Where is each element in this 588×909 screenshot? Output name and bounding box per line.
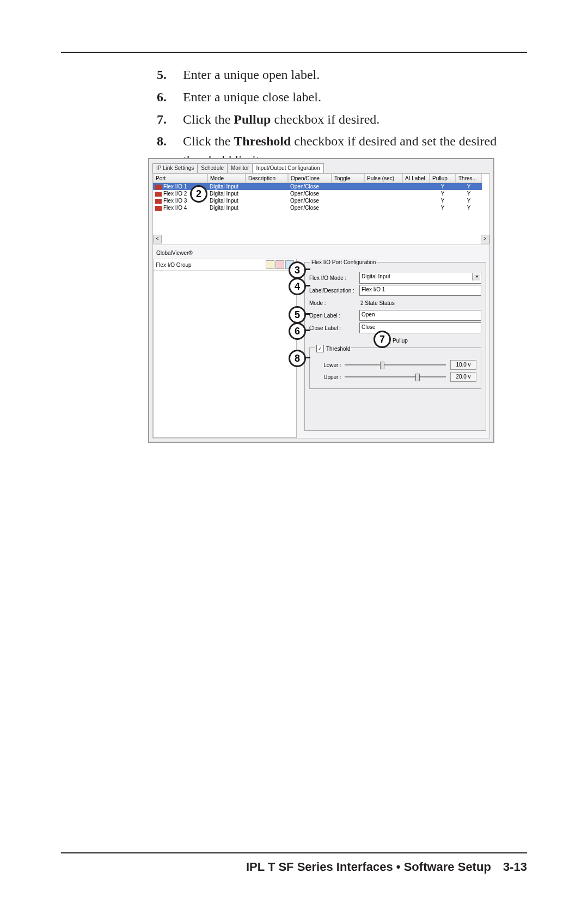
step-num: 8	[157, 134, 163, 148]
port-grid: Port Mode Description Open/Close Toggle …	[153, 174, 489, 245]
threshold-label: Threshold	[326, 346, 350, 352]
pullup-label: Pullup	[393, 338, 408, 344]
state-label: Mode :	[309, 300, 359, 306]
tree-root-label[interactable]: Flex I/O Group	[156, 262, 192, 268]
slider-thumb[interactable]	[415, 374, 420, 381]
col-desc[interactable]: Description	[246, 174, 288, 183]
col-ailabel[interactable]: AI Label	[402, 174, 430, 183]
tab-bar: IP Link Settings Schedule Monitor Input/…	[152, 163, 323, 173]
threshold-group: ✓ Threshold Lower : 10.0 v Upper : 20.0 …	[309, 347, 481, 389]
scroll-left[interactable]: <	[153, 235, 162, 243]
upper-slider[interactable]	[345, 376, 446, 377]
tab-ip-link[interactable]: IP Link Settings	[152, 163, 198, 173]
footer-title: IPL T SF Series Interfaces • Software Se…	[246, 860, 491, 874]
open-label: Open Label :	[309, 313, 359, 319]
step-text-pre: Click the	[183, 112, 234, 126]
panel-body: Port Mode Description Open/Close Toggle …	[152, 173, 490, 438]
step-num: 6	[157, 90, 163, 104]
page-footer: IPL T SF Series Interfaces • Software Se…	[61, 852, 527, 874]
callout-5: 5	[289, 306, 306, 324]
slider-thumb[interactable]	[380, 362, 384, 369]
desc-input[interactable]: Flex I/O 1	[359, 285, 481, 296]
tree-new-icon[interactable]	[266, 260, 274, 269]
table-row[interactable]: Flex I/O 4Digital InputOpen/CloseYY	[153, 204, 489, 211]
lower-readout: 10.0 v	[450, 360, 476, 370]
state-value: 2 State Status	[359, 300, 395, 306]
grid-header: Port Mode Description Open/Close Toggle …	[153, 174, 489, 183]
callout-3: 3	[289, 261, 306, 279]
col-pullup[interactable]: Pullup	[430, 174, 456, 183]
instruction-7: 7. Click the Pullup checkbox if desired.	[157, 110, 505, 129]
step-num: 5	[157, 68, 163, 82]
step-text-bold: Threshold	[234, 134, 291, 148]
callout-8: 8	[289, 350, 306, 367]
instruction-list: 5. Enter a unique open label. 6. Enter a…	[157, 65, 505, 173]
step-text-bold: Pullup	[234, 112, 271, 126]
mode-label: Flex I/O Mode :	[309, 275, 359, 281]
tab-io-config[interactable]: Input/Output Configuration	[252, 163, 323, 173]
step-num: 7	[157, 112, 163, 126]
col-thres[interactable]: Thres...	[456, 174, 482, 183]
desc-label: Label/Description :	[309, 288, 359, 294]
callout-6: 6	[289, 322, 306, 340]
chevron-down-icon	[475, 276, 479, 278]
col-pulse[interactable]: Pulse (sec)	[364, 174, 402, 183]
tree-delete-icon[interactable]	[275, 260, 284, 269]
globalviewer-label: GlobalViewer®	[156, 250, 193, 256]
open-input[interactable]: Open	[359, 310, 481, 321]
close-label: Close Label :	[309, 325, 359, 331]
screenshot-panel: IP Link Settings Schedule Monitor Input/…	[148, 158, 494, 443]
tab-schedule[interactable]: Schedule	[197, 163, 228, 173]
step-text: Enter a unique open label.	[183, 68, 320, 82]
upper-readout: 20.0 v	[450, 372, 476, 382]
col-openclose[interactable]: Open/Close	[288, 174, 332, 183]
col-toggle[interactable]: Toggle	[332, 174, 364, 183]
callout-7: 7	[373, 331, 391, 348]
step-text-post: checkbox if desired.	[271, 112, 379, 126]
scroll-right[interactable]: >	[481, 235, 489, 243]
instruction-5: 5. Enter a unique open label.	[157, 65, 505, 84]
step-text: Enter a unique close label.	[183, 90, 321, 104]
instruction-6: 6. Enter a unique close label.	[157, 88, 505, 107]
lower-label: Lower :	[314, 362, 345, 368]
footer-page: 3-13	[503, 860, 527, 874]
page-rule	[61, 52, 527, 53]
callout-4: 4	[289, 278, 306, 295]
port-config-group: Flex I/O Port Configuration Flex I/O Mod…	[304, 262, 486, 431]
threshold-checkbox[interactable]: ✓	[316, 345, 324, 352]
col-mode[interactable]: Mode	[207, 174, 246, 183]
config-title: Flex I/O Port Configuration	[310, 259, 377, 265]
upper-label: Upper :	[314, 374, 345, 380]
lower-slider[interactable]	[345, 364, 446, 365]
col-port[interactable]: Port	[153, 174, 207, 183]
tab-monitor[interactable]: Monitor	[227, 163, 253, 173]
step-text-pre: Click the	[183, 134, 234, 148]
mode-select[interactable]: Digital Input	[359, 272, 481, 284]
group-tree: Flex I/O Group	[153, 259, 297, 438]
callout-2: 2	[190, 185, 207, 203]
